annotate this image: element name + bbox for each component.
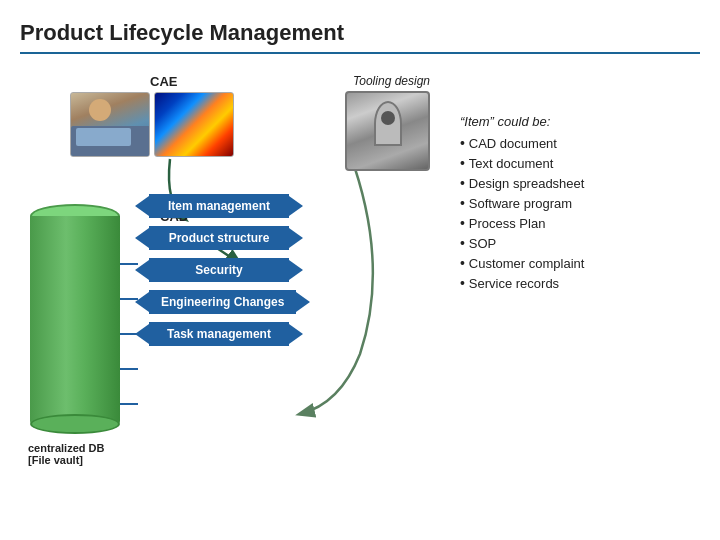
arrow-right-icon <box>289 324 303 344</box>
list-item: Service records <box>460 273 700 293</box>
arrow-right-icon <box>289 228 303 248</box>
page-title: Product Lifecycle Management <box>20 20 344 45</box>
cylinder-shape <box>30 204 120 434</box>
cae-person-image <box>70 92 150 157</box>
item-management-label: Item management <box>149 194 289 218</box>
arrow-right-icon <box>289 260 303 280</box>
task-management-box: Task management <box>135 322 310 346</box>
arrow-right-icon <box>289 196 303 216</box>
arrow-left-icon <box>135 324 149 344</box>
arrow-left-icon <box>135 292 149 312</box>
list-item: Customer complaint <box>460 253 700 273</box>
list-item: Software program <box>460 193 700 213</box>
cae-result-image <box>154 92 234 157</box>
title-area: Product Lifecycle Management <box>20 20 700 54</box>
item-heading: “Item” could be: <box>460 114 700 129</box>
list-item: SOP <box>460 233 700 253</box>
cylinder-bottom <box>30 414 120 434</box>
tooling-image <box>345 91 430 171</box>
item-list: CAD document Text document Design spread… <box>460 133 700 293</box>
product-structure-label: Product structure <box>149 226 289 250</box>
content-area: CAE Tool <box>20 64 700 534</box>
engineering-changes-label: Engineering Changes <box>149 290 296 314</box>
info-area: “Item” could be: CAD document Text docum… <box>440 64 700 534</box>
security-label: Security <box>149 258 289 282</box>
arrow-left-icon <box>135 196 149 216</box>
arrow-left-icon <box>135 228 149 248</box>
list-item: Design spreadsheet <box>460 173 700 193</box>
list-item: Text document <box>460 153 700 173</box>
engineering-changes-box: Engineering Changes <box>135 290 310 314</box>
cylinder-body <box>30 216 120 426</box>
tooling-label: Tooling design <box>353 74 430 88</box>
product-structure-box: Product structure <box>135 226 310 250</box>
tooling-block: Tooling design <box>345 74 430 171</box>
list-item: Process Plan <box>460 213 700 233</box>
security-box: Security <box>135 258 310 282</box>
menu-boxes: Item management Product structure Securi… <box>135 194 310 346</box>
arrow-left-icon <box>135 260 149 280</box>
task-management-label: Task management <box>149 322 289 346</box>
page: Product Lifecycle Management <box>0 0 720 540</box>
cae-label: CAE <box>150 74 234 89</box>
list-item: CAD document <box>460 133 700 153</box>
item-management-box: Item management <box>135 194 310 218</box>
cylinder-label: centralized DB [File vault] <box>28 442 104 466</box>
diagram-area: CAE Tool <box>20 64 440 534</box>
cylinder <box>30 204 120 434</box>
arrow-right-icon <box>296 292 310 312</box>
